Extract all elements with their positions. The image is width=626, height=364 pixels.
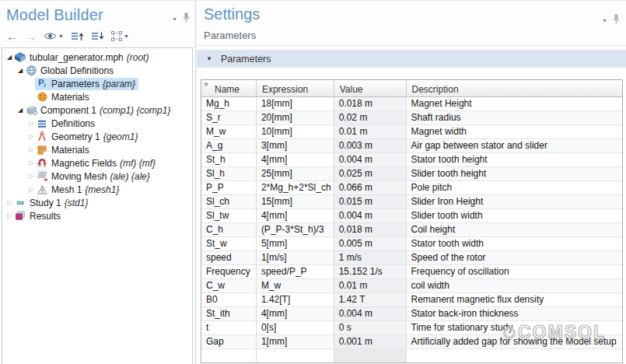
- cell-value[interactable]: 0.004 m: [334, 209, 407, 222]
- parameters-section-header[interactable]: ▼ Parameters: [197, 50, 626, 68]
- tree-item-global-definitions[interactable]: ◢Global Definitions: [2, 64, 192, 77]
- expander-collapsed-icon[interactable]: ▷: [27, 187, 35, 193]
- cell-value[interactable]: 0.004 m: [334, 153, 407, 166]
- cell-expression[interactable]: 25[mm]: [257, 167, 334, 180]
- tree-item-materials[interactable]: Materials: [2, 90, 192, 103]
- parameter-row-C_h[interactable]: C_h(P_P-3*St_h)/30.018 mCoil height: [201, 222, 622, 236]
- cell-name[interactable]: C_w: [201, 279, 257, 292]
- parameter-row-Mg_h[interactable]: Mg_h18[mm]0.018 mMagnet Height: [201, 97, 622, 110]
- cell-name[interactable]: C_h: [201, 223, 257, 236]
- tree-node-body[interactable]: ∞Study 1{std1}: [13, 197, 91, 209]
- cell-description[interactable]: Remanent magnetic flux density: [407, 293, 622, 306]
- cell-expression[interactable]: 5[mm]: [257, 237, 334, 250]
- cell-description[interactable]: Air gap between stator and slider: [407, 139, 622, 152]
- cell-description[interactable]: Pole pitch: [407, 181, 622, 194]
- cell-description[interactable]: Slider tooth width: [407, 209, 622, 222]
- panel-menu-caret-icon[interactable]: ▼: [172, 16, 177, 22]
- expander-collapsed-icon[interactable]: ▷: [27, 173, 35, 180]
- tree-node-body[interactable]: PiParameters{param}: [35, 78, 138, 90]
- expander-expanded-icon[interactable]: ◢: [5, 54, 13, 61]
- cell-description[interactable]: coil width: [407, 279, 622, 292]
- tree-node-body[interactable]: Moving Mesh(ale) {ale}: [35, 170, 153, 183]
- cell-expression[interactable]: 1[mm]: [257, 335, 334, 348]
- parameter-row-Gap[interactable]: Gap1[mm]0.001 mArtificially added gap fo…: [201, 334, 622, 348]
- parameter-row-B0[interactable]: B01.42[T]1.42 TRemanent magnetic flux de…: [201, 292, 622, 306]
- cell-name[interactable]: speed: [201, 251, 257, 264]
- parameter-row-M_w[interactable]: M_w10[mm]0.01 mMagnet width: [201, 124, 622, 138]
- tree-node-body[interactable]: Definitions: [35, 117, 98, 130]
- cell-description[interactable]: Shaft radius: [407, 111, 622, 124]
- cell-name[interactable]: Sl_ch: [201, 195, 257, 208]
- expander-collapsed-icon[interactable]: ▷: [27, 121, 35, 127]
- cell-value[interactable]: 0.018 m: [334, 97, 407, 110]
- expander-collapsed-icon[interactable]: ▷: [5, 213, 13, 219]
- cell-value[interactable]: 0.01 m: [334, 279, 407, 292]
- cell-name[interactable]: A_g: [201, 139, 257, 152]
- tree-node-body[interactable]: Results: [13, 210, 64, 222]
- tree-item-materials[interactable]: ▷Materials: [2, 143, 192, 156]
- cell-expression[interactable]: (P_P-3*St_h)/3: [257, 223, 334, 236]
- cell-value[interactable]: 0.01 m: [334, 125, 407, 138]
- cell-name[interactable]: St_w: [201, 237, 257, 250]
- pin-icon[interactable]: [183, 12, 190, 26]
- cell-expression[interactable]: [257, 349, 334, 362]
- tree-node-body[interactable]: tubular_generator.mph(root): [13, 51, 152, 64]
- parameter-row-C_w[interactable]: C_wM_w0.01 mcoil width: [201, 278, 622, 292]
- cell-value[interactable]: 15.152 1/s: [334, 265, 407, 278]
- cell-description[interactable]: Speed of the rotor: [407, 251, 622, 264]
- tree-item-parameters[interactable]: PiParameters{param}: [2, 77, 192, 90]
- cell-value[interactable]: 0 s: [334, 321, 407, 334]
- tree-item-geometry-1[interactable]: ▷Geometry 1{geom1}: [2, 130, 192, 143]
- tree-item-moving-mesh[interactable]: ▷Moving Mesh(ale) {ale}: [2, 170, 192, 183]
- cell-expression[interactable]: 15[mm]: [257, 195, 334, 208]
- cell-description[interactable]: Slider tooth height: [407, 167, 622, 180]
- cell-description[interactable]: [407, 349, 622, 362]
- cell-expression[interactable]: 1[m/s]: [257, 251, 334, 264]
- cell-expression[interactable]: 4[mm]: [257, 307, 334, 320]
- parameter-row-Sl_h[interactable]: Sl_h25[mm]0.025 mSlider tooth height: [201, 166, 622, 180]
- cell-description[interactable]: Stator tooth width: [407, 237, 622, 250]
- cell-value[interactable]: 0.025 m: [334, 167, 407, 180]
- cell-name[interactable]: B0: [201, 293, 257, 306]
- cell-expression[interactable]: 10[mm]: [257, 125, 334, 138]
- cell-expression[interactable]: 1.42[T]: [257, 293, 334, 306]
- section-collapse-icon[interactable]: ▼: [206, 56, 212, 62]
- cell-value[interactable]: 1.42 T: [334, 293, 407, 306]
- cell-name[interactable]: St_h: [201, 153, 257, 166]
- cell-value[interactable]: 0.018 m: [334, 223, 407, 236]
- cell-expression[interactable]: 20[mm]: [257, 111, 334, 124]
- cell-name[interactable]: Mg_h: [201, 97, 257, 110]
- cell-value[interactable]: 1 m/s: [334, 251, 407, 264]
- tree-node-body[interactable]: +-Magnetic Fields(mf) {mf}: [35, 157, 159, 170]
- tree-item-tubular-generator-mph[interactable]: ◢tubular_generator.mph(root): [2, 51, 192, 64]
- cell-description[interactable]: Coil height: [407, 223, 622, 236]
- cell-value[interactable]: 0.004 m: [334, 307, 407, 320]
- cell-description[interactable]: Stator back-iron thickness: [407, 307, 622, 320]
- move-up-icon[interactable]: [68, 29, 86, 43]
- cell-name[interactable]: P_P: [201, 181, 257, 194]
- cell-expression[interactable]: 3[mm]: [257, 139, 334, 152]
- cell-name[interactable]: Gap: [201, 335, 257, 348]
- tree-node-body[interactable]: Component 1(comp1) {comp1}: [24, 104, 173, 117]
- parameter-row-St_w[interactable]: St_w5[mm]0.005 mStator tooth width: [201, 236, 622, 250]
- cell-description[interactable]: Artificially added gap for showing the M…: [407, 335, 622, 348]
- cell-value[interactable]: 0.02 m: [334, 111, 407, 124]
- expander-collapsed-icon[interactable]: ▷: [27, 160, 35, 166]
- parameter-row-speed[interactable]: speed1[m/s]1 m/sSpeed of the rotor: [201, 250, 622, 264]
- cell-expression[interactable]: 4[mm]: [257, 209, 334, 222]
- expander-collapsed-icon[interactable]: ▷: [27, 134, 35, 140]
- cell-name[interactable]: M_w: [201, 125, 257, 138]
- settings-pin-icon[interactable]: [613, 13, 620, 27]
- parameter-row-P_P[interactable]: P_P2*Mg_h+2*Sl_ch0.066 mPole pitch: [201, 180, 622, 194]
- cell-value[interactable]: 0.003 m: [334, 139, 407, 152]
- expander-collapsed-icon[interactable]: ▷: [27, 147, 35, 153]
- tree-node-body[interactable]: Global Definitions: [24, 65, 117, 77]
- cell-expression[interactable]: 2*Mg_h+2*Sl_ch: [257, 181, 334, 194]
- parameter-row-A_g[interactable]: A_g3[mm]0.003 mAir gap between stator an…: [201, 138, 622, 152]
- parameter-row-empty[interactable]: [201, 348, 622, 362]
- cell-value[interactable]: 0.001 m: [334, 335, 407, 348]
- cell-value[interactable]: 0.066 m: [334, 181, 407, 194]
- cell-value[interactable]: [334, 349, 407, 362]
- forward-icon[interactable]: →: [23, 29, 39, 43]
- parameter-row-S_r[interactable]: S_r20[mm]0.02 mShaft radius: [201, 110, 622, 124]
